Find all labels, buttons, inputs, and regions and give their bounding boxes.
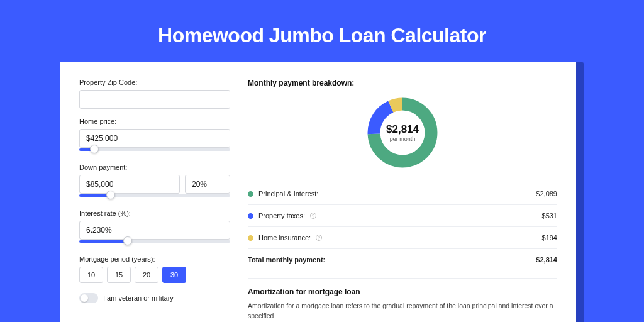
breakdown-row-total: Total monthly payment: $2,814: [248, 250, 557, 269]
legend-dot-green: [248, 191, 253, 197]
zip-input[interactable]: [79, 90, 230, 109]
slider-track: [79, 148, 230, 151]
veteran-toggle[interactable]: [79, 293, 98, 303]
page-title: Homewood Jumbo Loan Calculator: [0, 0, 644, 62]
donut-center-label: per month: [386, 136, 419, 142]
breakdown-left: Home insurance: ?: [248, 234, 322, 242]
divider: [248, 226, 557, 227]
divider: [248, 248, 557, 249]
down-payment-input[interactable]: [79, 175, 180, 194]
total-value: $2,814: [536, 256, 557, 264]
breakdown-row-principal: Principal & Interest: $2,089: [248, 184, 557, 203]
breakdown-value: $194: [542, 234, 557, 242]
veteran-label: I am veteran or military: [103, 294, 174, 302]
breakdown-label: Principal & Interest:: [258, 190, 318, 197]
mortgage-period-label: Mortgage period (years):: [79, 255, 230, 263]
legend-dot-yellow: [248, 235, 253, 241]
amortization-section: Amortization for mortgage loan Amortizat…: [248, 278, 557, 321]
breakdown-value: $531: [542, 212, 557, 219]
breakdown-left: Property taxes: ?: [248, 212, 316, 219]
total-label: Total monthly payment:: [248, 256, 325, 264]
info-icon[interactable]: ?: [316, 235, 322, 241]
slider-thumb[interactable]: [90, 145, 99, 153]
mortgage-period-options: 10 15 20 30: [79, 267, 230, 283]
down-payment-label: Down payment:: [79, 164, 230, 171]
card-shadow: Property Zip Code: Home price: Down paym…: [60, 62, 584, 322]
period-option-30[interactable]: 30: [162, 267, 186, 283]
breakdown-row-insurance: Home insurance: ? $194: [248, 228, 557, 247]
interest-rate-label: Interest rate (%):: [79, 209, 230, 217]
home-price-label: Home price:: [79, 118, 230, 125]
home-price-input[interactable]: [79, 129, 230, 148]
mortgage-period-field: Mortgage period (years): 10 15 20 30: [79, 255, 230, 283]
zip-label: Property Zip Code:: [79, 79, 230, 86]
period-option-15[interactable]: 15: [107, 267, 131, 283]
home-price-slider[interactable]: [79, 146, 230, 155]
divider: [248, 204, 557, 205]
interest-rate-input[interactable]: [79, 221, 230, 240]
breakdown-label: Home insurance:: [258, 234, 311, 242]
slider-thumb[interactable]: [123, 236, 132, 245]
slider-thumb[interactable]: [106, 191, 115, 199]
calculator-card: Property Zip Code: Home price: Down paym…: [60, 62, 576, 322]
down-payment-pct-input[interactable]: [185, 175, 230, 194]
breakdown-left: Principal & Interest:: [248, 190, 318, 197]
interest-rate-slider[interactable]: [79, 238, 230, 247]
breakdown-column: Monthly payment breakdown: $2,814 per mo…: [248, 79, 557, 322]
breakdown-title: Monthly payment breakdown:: [248, 79, 557, 87]
donut-chart-wrap: $2,814 per month: [248, 95, 557, 170]
donut-center: $2,814 per month: [386, 123, 419, 142]
down-payment-row: [79, 175, 230, 194]
zip-field: Property Zip Code:: [79, 79, 230, 109]
veteran-row: I am veteran or military: [79, 293, 230, 303]
donut-center-value: $2,814: [386, 123, 419, 136]
interest-rate-field: Interest rate (%):: [79, 209, 230, 247]
period-option-10[interactable]: 10: [79, 267, 103, 283]
breakdown-value: $2,089: [536, 190, 557, 197]
down-payment-slider[interactable]: [79, 192, 230, 201]
amortization-text: Amortization for a mortgage loan refers …: [248, 301, 557, 321]
down-payment-field: Down payment:: [79, 164, 230, 201]
donut-chart: $2,814 per month: [365, 95, 440, 170]
slider-fill: [79, 240, 128, 243]
form-column: Property Zip Code: Home price: Down paym…: [79, 79, 230, 322]
breakdown-row-taxes: Property taxes: ? $531: [248, 206, 557, 225]
info-icon[interactable]: ?: [310, 213, 316, 219]
period-option-20[interactable]: 20: [135, 267, 158, 283]
breakdown-label: Property taxes:: [258, 212, 305, 219]
legend-dot-blue: [248, 213, 253, 219]
home-price-field: Home price:: [79, 118, 230, 155]
amortization-title: Amortization for mortgage loan: [248, 287, 557, 296]
